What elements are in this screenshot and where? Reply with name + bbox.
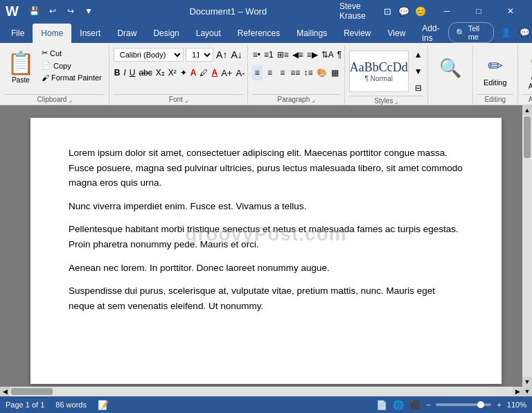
align-left-btn[interactable]: ≡ [252, 65, 263, 80]
tab-mailings[interactable]: Mailings [288, 24, 335, 43]
subscript-button[interactable]: X₂ [155, 65, 166, 80]
copy-button[interactable]: 📄 Copy [39, 60, 105, 71]
superscript-button[interactable]: X² [168, 65, 177, 80]
font-color-btn[interactable]: A [211, 65, 218, 80]
scroll-down-arrow[interactable]: ▼ [522, 377, 532, 387]
paste-button[interactable]: 📋 Paste [4, 47, 37, 87]
comments-btn[interactable]: 💬 [398, 3, 410, 19]
office-addins-button[interactable]: 🧩 OfficeAdd-ins [522, 50, 532, 91]
format-painter-button[interactable]: 🖌 Format Painter [39, 72, 105, 83]
save-quick-btn[interactable]: 💾 [27, 3, 42, 19]
tab-review[interactable]: Review [335, 24, 379, 43]
tab-design[interactable]: Design [145, 24, 187, 43]
scroll-corner[interactable]: ▼ [522, 387, 532, 396]
editing-button[interactable]: ✏ Editing [477, 50, 513, 91]
styles-expand-icon[interactable]: ⌟ [395, 98, 398, 105]
zoom-level[interactable]: 110% [507, 401, 526, 409]
editing-icon: ✏ [488, 55, 503, 77]
tab-addins[interactable]: Add-ins [414, 24, 447, 43]
styles-scroll-up[interactable]: ▲ [411, 47, 426, 62]
paragraph-expand-icon[interactable]: ⌟ [312, 96, 314, 103]
editing-label: Editing [484, 78, 507, 87]
cut-button[interactable]: ✂ Cut [39, 47, 105, 59]
highlight-btn[interactable]: 🖊 [199, 65, 209, 80]
print-layout-btn[interactable]: 📄 [376, 400, 387, 410]
tab-view[interactable]: View [380, 24, 414, 43]
format-painter-label: Format Painter [51, 73, 102, 82]
bold-button[interactable]: B [114, 65, 121, 80]
editing-group-label: Editing [477, 94, 513, 103]
share-btn[interactable]: 😊 [414, 3, 427, 19]
status-bar-right: 📄 🌐 ⬛ − + 110% [376, 400, 526, 410]
justify-btn[interactable]: ≡≡ [290, 65, 301, 80]
align-right-btn[interactable]: ≡ [277, 65, 287, 80]
undo-quick-btn[interactable]: ↩ [45, 3, 60, 19]
focus-mode-btn[interactable]: ⬛ [409, 400, 420, 410]
decrease-font-btn[interactable]: A↓ [230, 47, 242, 62]
italic-button[interactable]: I [123, 65, 126, 80]
maximize-btn[interactable]: □ [463, 0, 495, 22]
comments-tab-btn[interactable]: 💬 [518, 25, 531, 40]
bullets-btn[interactable]: ≡• [252, 47, 261, 62]
tell-me-btn[interactable]: 🔍 Tell me [448, 22, 494, 43]
vertical-scrollbar[interactable]: ▲ ▼ ▼ [522, 105, 532, 396]
show-formatting-btn[interactable]: ¶ [337, 47, 342, 62]
border-btn[interactable]: ▦ [330, 65, 340, 80]
tab-layout[interactable]: Layout [188, 24, 229, 43]
increase-indent-btn[interactable]: ≡▶ [306, 47, 319, 62]
zoom-slider[interactable] [436, 403, 491, 406]
search-icon: 🔍 [439, 58, 461, 79]
document-page[interactable]: Lorem ipsum dolor sit amet, consectetuer… [30, 118, 502, 384]
scroll-v-thumb[interactable] [524, 116, 531, 158]
clipboard-expand-icon[interactable]: ⌟ [69, 96, 71, 103]
ribbon-search-btn[interactable]: 👤 [499, 25, 513, 40]
search-group: 🔍 [428, 46, 473, 105]
tab-home[interactable]: Home [33, 24, 71, 43]
font-size-select[interactable]: 11 [186, 48, 213, 62]
paste-icon: 📋 [7, 50, 35, 76]
customize-quick-btn[interactable]: ▼ [81, 3, 96, 19]
tab-draw[interactable]: Draw [109, 24, 145, 43]
scroll-h-thumb[interactable] [11, 388, 53, 395]
increase-font-btn[interactable]: A↑ [215, 47, 228, 62]
horizontal-scrollbar[interactable]: ◀ ▶ [0, 387, 522, 396]
redo-quick-btn[interactable]: ↪ [63, 3, 78, 19]
styles-more-btn[interactable]: ⊟ [411, 80, 426, 96]
font-style-row: B I U abc X₂ X² ✦ A 🖊 A A+ A- [114, 65, 243, 80]
zoom-thumb[interactable] [477, 401, 484, 408]
grow-font-btn[interactable]: A+ [220, 65, 233, 80]
tab-file[interactable]: File [3, 24, 33, 43]
zoom-plus-btn[interactable]: + [497, 401, 501, 409]
proofing-icon[interactable]: 📝 [98, 400, 109, 410]
scroll-left-arrow[interactable]: ◀ [0, 387, 10, 396]
search-button[interactable]: 🔍 [432, 47, 468, 89]
text-effects-btn[interactable]: A [190, 65, 197, 80]
sort-btn[interactable]: ⇅A [321, 47, 335, 62]
shading-btn[interactable]: 🎨 [316, 65, 328, 80]
styles-scroll-down[interactable]: ▼ [411, 64, 426, 79]
font-family-select[interactable]: Calibri (Body) [114, 48, 184, 62]
align-center-btn[interactable]: ≡ [265, 65, 275, 80]
scroll-right-arrow[interactable]: ▶ [513, 387, 522, 396]
numbering-btn[interactable]: ≡1 [263, 47, 274, 62]
scroll-up-arrow[interactable]: ▲ [522, 105, 532, 115]
copy-label: Copy [53, 62, 71, 70]
quick-access-toolbar: 💾 ↩ ↪ ▼ [27, 3, 96, 19]
styles-normal-label: ¶ Normal [350, 75, 408, 82]
shrink-font-btn[interactable]: A- [235, 65, 245, 80]
decrease-indent-btn[interactable]: ◀≡ [292, 47, 304, 62]
line-spacing-btn[interactable]: ↕≡ [303, 65, 313, 80]
web-layout-btn[interactable]: 🌐 [393, 400, 404, 410]
minimize-btn[interactable]: ─ [431, 0, 463, 22]
close-btn[interactable]: ✕ [495, 0, 526, 22]
clear-format-btn[interactable]: ✦ [179, 65, 188, 80]
font-expand-icon[interactable]: ⌟ [185, 96, 188, 103]
tab-references[interactable]: References [229, 24, 288, 43]
ribbon-display-btn[interactable]: ⊡ [382, 3, 393, 19]
multilevel-list-btn[interactable]: ⊞≡ [276, 47, 290, 62]
strikethrough-button[interactable]: abc [138, 65, 152, 80]
tab-insert[interactable]: Insert [71, 24, 109, 43]
underline-button[interactable]: U [129, 65, 136, 80]
zoom-minus-btn[interactable]: − [426, 401, 430, 409]
styles-gallery[interactable]: AaBbCcDd ¶ Normal [349, 51, 409, 92]
